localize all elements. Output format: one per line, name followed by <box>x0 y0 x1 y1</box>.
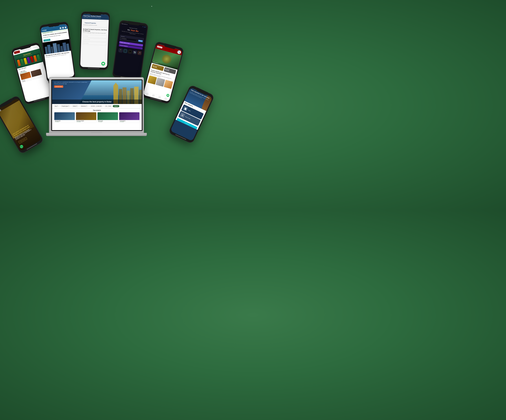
laptop-cta-bar: Choose the best property in Dubai <box>52 100 142 104</box>
phone-success-screen: Your success is our success Our passion … <box>170 87 213 141</box>
cosmi-logo: COSMI <box>42 29 47 32</box>
laptop-project-info-4: Creek Harbour From $520K <box>119 120 140 123</box>
property-divider-1 <box>83 20 107 21</box>
laptop-project-card-4[interactable]: Creek Harbour From $520K <box>119 112 140 123</box>
laptop-content: BAYVIEW BY ADDRESS RESORTS IN PALM JUMEI… <box>52 80 142 130</box>
bhim-logo: BHIM AI <box>157 46 162 48</box>
laptop-project-card-3[interactable]: Marina Gate From $380K <box>97 112 118 123</box>
laptop-pill-sep-3 <box>79 105 79 107</box>
laptop-screen: BAYVIEW BY ADDRESS RESORTS IN PALM JUMEI… <box>52 80 142 130</box>
laptop-district-pill[interactable]: District ▾ <box>72 105 79 107</box>
laptop-project-image-3 <box>98 112 118 120</box>
cosmi-fb-icon[interactable] <box>60 27 62 29</box>
laptop-project-image-4 <box>119 112 140 120</box>
phone-jewellery-screen: Exclusive Showroom of Silver & Gold Jewe… <box>0 98 42 152</box>
bhim-collection-2 <box>156 78 165 87</box>
property-contact-input[interactable]: Contact Number <box>83 38 107 42</box>
laptop-device: BAYVIEW BY ADDRESS RESORTS IN PALM JUMEI… <box>49 77 144 141</box>
laptop-project-price-1: From $697K <box>55 121 74 122</box>
laptop-project-card-1[interactable]: Bayview Palm From $697K <box>54 112 75 123</box>
phone-ai-tools: Alternative.ai G Login Discover AI Tools… <box>112 20 148 81</box>
cosmi-status-flag: 🇬🇧 <box>65 24 66 25</box>
phone-bhim: BHIM AI 🔍 Welcome to EXCESSIVE BHIMA RAT… <box>141 41 184 104</box>
cosmi-ig-icon[interactable] <box>62 27 64 29</box>
ai-for-text: For <box>127 29 130 31</box>
laptop-pill-sep-4 <box>89 105 89 107</box>
food-item-1: Dal Moth ₹ 347.00 <box>20 72 32 83</box>
bhim-nav-grid[interactable] <box>152 94 155 97</box>
cosmi-mail-icon[interactable] <box>65 27 67 28</box>
laptop-area-pill[interactable]: 20 — 5 000 <box>104 105 112 107</box>
laptop-project-image-2 <box>76 112 96 120</box>
laptop-project-info-1: Bayview Palm From $697K <box>54 120 75 123</box>
food-shelf: Long Shelf Life <box>33 46 38 48</box>
bhim-search-icon[interactable]: 🔍 <box>177 50 181 54</box>
laptop-search-button[interactable]: Search <box>113 105 119 107</box>
property-divider-2 <box>83 27 107 28</box>
property-whatsapp-button[interactable]: 💬 <box>101 62 105 66</box>
laptop-hero-price: Minimal price $ 697 000 <box>54 83 140 85</box>
ai-app-icon-2[interactable]: ✉ <box>123 49 128 53</box>
property-cta-title: No Need To Search Anymore, Just Drop Us … <box>83 28 107 33</box>
ai-header-right: G Login <box>142 26 146 27</box>
laptop-projects-title: Top projects <box>54 109 140 111</box>
laptop-bedrooms-pill[interactable]: Bedrooms ▾ <box>80 105 88 107</box>
laptop-buy-pill[interactable]: Buy ▾ <box>53 105 59 107</box>
laptop-discover-button[interactable]: Discover More <box>54 86 63 88</box>
bhim-bottom-nav <box>143 91 170 102</box>
bhim-collection-3 <box>164 80 173 89</box>
laptop-project-card-2[interactable]: Downtown Heights From $450K <box>76 112 97 123</box>
laptop-project-info-2: Downtown Heights From $450K <box>76 120 96 123</box>
laptop-project-price-4: From $520K <box>120 121 139 122</box>
laptop-bezel: BAYVIEW BY ADDRESS RESORTS IN PALM JUMEI… <box>51 79 143 131</box>
food-items-grid: Dal Moth ₹ 347.00 <box>19 67 47 84</box>
jewellery-bg: Exclusive Showroom of Silver & Gold Jewe… <box>0 98 42 152</box>
laptop-pill-sep-5 <box>103 105 104 107</box>
ai-app-icon-3[interactable]: 🗺 <box>128 49 132 54</box>
laptop-cta-text: Choose the best property in Dubai <box>82 101 111 103</box>
property-type-input[interactable]: Buy Property <box>82 41 107 45</box>
bottle-5 <box>30 56 34 63</box>
toner-icon: 🖨 <box>180 113 185 118</box>
ai-login-button[interactable]: Login <box>144 27 146 28</box>
laptop-project-cards-grid: Bayview Palm From $697K Downtown Heights… <box>54 112 140 123</box>
cosmi-status-time: ☰ <box>42 28 42 29</box>
main-scene: Exclusive Showroom of Silver & Gold Jewe… <box>0 0 253 210</box>
property-form: Your Name Contact Number Buy Property <box>82 34 107 45</box>
bottle-2 <box>20 59 24 65</box>
laptop-project-price-2: From $450K <box>77 121 96 122</box>
ai-app-icon-1[interactable]: 📱 <box>118 48 123 53</box>
ai-app-icon-4[interactable]: 📷 <box>132 50 137 55</box>
cosmi-contact-button[interactable]: Contact Us <box>43 39 50 42</box>
bhim-nav-home[interactable] <box>146 93 149 96</box>
ai-app-icon-5[interactable]: 🎵 <box>137 51 142 55</box>
property-cta-subtitle: One of our expert agent will get in touc… <box>83 32 107 34</box>
laptop-body: BAYVIEW BY ADDRESS RESORTS IN PALM JUMEI… <box>49 77 144 133</box>
laptop-property-type-pill[interactable]: Property type ▾ <box>60 105 70 107</box>
bhim-nav-profile[interactable] <box>164 98 167 100</box>
property-name-input[interactable]: Your Name <box>83 34 107 38</box>
laptop-project-image-1 <box>54 112 75 120</box>
food-item-2 <box>30 69 43 80</box>
bhim-collection-1 <box>147 75 157 85</box>
bottle-6 <box>33 55 37 62</box>
laptop-project-info-3: Marina Gate From $380K <box>98 120 118 123</box>
laptop-hero-tag: BAYVIEW BY ADDRESS RESORTS IN PALM JUMEI… <box>54 82 140 83</box>
bhim-whatsapp-button[interactable]: 💬 <box>166 93 170 97</box>
view-more-arrow[interactable]: › <box>42 63 42 64</box>
paper-icon: 📄 <box>183 106 188 111</box>
toner-label: Toner & Inks <box>185 116 191 119</box>
jewellery-overlay <box>0 98 42 152</box>
bhim-nav-heart[interactable] <box>158 96 161 99</box>
ai-your-text: Your Bu <box>130 29 139 32</box>
ai-search-button[interactable]: Search <box>138 40 143 42</box>
ai-logo-text: Alternative.ai <box>121 23 128 25</box>
phone-cosmi-screen: ☰ 📡 🇬🇧 COSMI SCOREBOARDS COSMI COSMI FUL… <box>40 24 74 80</box>
phone-bhim-screen: BHIM AI 🔍 Welcome to EXCESSIVE BHIMA RAT… <box>143 44 183 102</box>
laptop-price-pill[interactable]: 100 000 — 10 000 000 <box>90 105 103 107</box>
phone-ai-screen: Alternative.ai G Login Discover AI Tools… <box>113 22 147 79</box>
phone-property-notch <box>90 12 102 15</box>
bottle-4 <box>27 57 31 64</box>
laptop-projects-section: Top projects Bayview Palm From $697K <box>52 108 142 124</box>
phone-success: Your success is our success Our passion … <box>168 84 215 144</box>
